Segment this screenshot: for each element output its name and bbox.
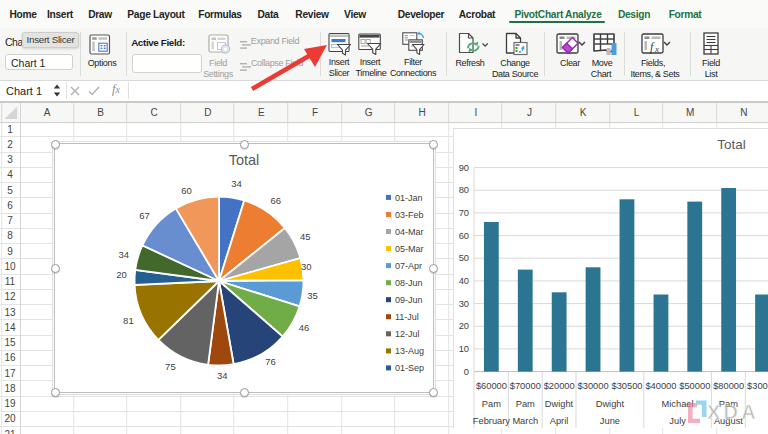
svg-text:70: 70	[459, 208, 469, 218]
svg-text:34: 34	[231, 178, 242, 189]
svg-text:Dwight: Dwight	[545, 399, 574, 409]
svg-text:Total: Total	[717, 137, 746, 152]
svg-text:June: June	[600, 416, 620, 426]
svg-text:35: 35	[307, 290, 318, 301]
svg-text:20: 20	[116, 269, 127, 280]
svg-text:76: 76	[265, 356, 276, 367]
svg-text:09-Jun: 09-Jun	[395, 295, 423, 305]
svg-text:30: 30	[459, 299, 469, 309]
svg-text:20: 20	[459, 321, 469, 331]
svg-text:03-Feb: 03-Feb	[395, 210, 424, 220]
svg-text:Pam: Pam	[516, 399, 535, 409]
svg-text:$30000: $30000	[747, 381, 768, 391]
svg-text:05-Mar: 05-Mar	[395, 244, 424, 254]
svg-text:$40000: $40000	[645, 381, 676, 391]
svg-text:XDA: XDA	[707, 401, 759, 423]
svg-text:$70000: $70000	[510, 381, 541, 391]
svg-text:90: 90	[459, 163, 469, 173]
svg-text:11-Jul: 11-Jul	[395, 312, 419, 322]
svg-text:01-Sep: 01-Sep	[395, 363, 424, 373]
svg-text:45: 45	[300, 231, 311, 242]
svg-text:x: x	[654, 44, 659, 54]
svg-text:40: 40	[459, 276, 469, 286]
svg-text:01-Jan: 01-Jan	[395, 193, 423, 203]
svg-text:0: 0	[464, 367, 469, 377]
svg-text:75: 75	[165, 361, 176, 372]
svg-text:07-Apr: 07-Apr	[395, 261, 422, 271]
svg-text:08-Jun: 08-Jun	[395, 278, 423, 288]
svg-text:60: 60	[459, 231, 469, 241]
svg-text:46: 46	[299, 322, 310, 333]
svg-text:30: 30	[301, 261, 312, 272]
svg-text:Total: Total	[229, 152, 260, 168]
svg-text:81: 81	[123, 315, 134, 326]
svg-text:04-Mar: 04-Mar	[395, 227, 424, 237]
svg-text:March: March	[512, 416, 538, 426]
svg-text:$80000: $80000	[713, 381, 744, 391]
svg-text:10: 10	[459, 344, 469, 354]
svg-text:Pam: Pam	[482, 399, 501, 409]
svg-text:34: 34	[119, 249, 130, 260]
svg-text:13-Aug: 13-Aug	[395, 346, 424, 356]
svg-text:66: 66	[271, 195, 282, 206]
svg-text:12-Jul: 12-Jul	[395, 329, 420, 339]
svg-text:34: 34	[217, 370, 228, 381]
svg-text:50: 50	[459, 253, 469, 263]
svg-text:$30000: $30000	[578, 381, 609, 391]
svg-text:$50000: $50000	[679, 381, 710, 391]
svg-text:$30500: $30500	[611, 381, 642, 391]
svg-text:April: April	[550, 416, 569, 426]
svg-text:February: February	[473, 416, 511, 426]
svg-text:Dwight: Dwight	[596, 399, 625, 409]
svg-text:$60000: $60000	[476, 381, 507, 391]
svg-text:67: 67	[139, 210, 150, 221]
svg-text:80: 80	[459, 185, 469, 195]
svg-text:60: 60	[181, 185, 192, 196]
svg-text:$20000: $20000	[544, 381, 575, 391]
